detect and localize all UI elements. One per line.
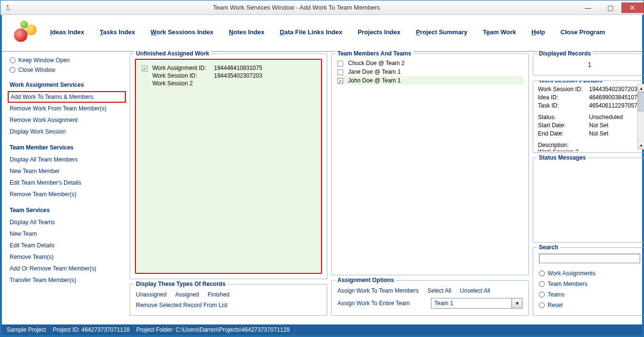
search-work-assignments[interactable]: Work Assignments xyxy=(538,268,641,279)
status-project-folder: Project Folder: C:\Users\Darren\Projects… xyxy=(136,326,290,333)
select-all[interactable]: Select All xyxy=(428,287,451,294)
work-assignment-row[interactable]: Work Assignment ID: 194446410931075 Work… xyxy=(141,64,316,88)
work-assignment-services-heading: Work Assignment Services xyxy=(10,81,124,88)
assignment-options-panel: Assignment Options Assign Work To Team M… xyxy=(331,280,529,316)
menubar-wrap: Ideas Index Tasks Index Work Sessions In… xyxy=(2,15,642,52)
sidebar-add-remove-team-members[interactable]: Add Or Remove Team Member(s) xyxy=(8,263,126,274)
sidebar-remove-work-assignment[interactable]: Remove Work Assignment xyxy=(8,114,126,126)
search-reset[interactable]: Reset xyxy=(538,300,641,310)
team-member-row[interactable]: John Doe @ Team 1 xyxy=(336,76,523,85)
search-panel: Search Work Assignments Team Members Tea… xyxy=(533,247,644,316)
ws-id-value: 194435402307203 xyxy=(214,72,262,79)
details-legend: Work Session's Details xyxy=(537,81,604,84)
close-button[interactable]: ✕ xyxy=(621,2,644,13)
team-member-row[interactable]: Chuck Doe @ Team 2 xyxy=(336,59,523,67)
unselect-all[interactable]: Unselect All xyxy=(460,287,490,294)
display-types-row2: Remove Selected Record From List xyxy=(135,300,322,310)
menu-work-sessions-index[interactable]: Work Sessions Index xyxy=(150,28,214,36)
display-types-panel: Display These Types Of Records Unassigne… xyxy=(130,284,327,316)
checkbox-icon[interactable] xyxy=(142,66,148,71)
scroll-track[interactable] xyxy=(638,111,644,141)
sidebar-remove-work-member[interactable]: Remove Work From Team Member(s) xyxy=(8,103,126,114)
minimize-button[interactable]: — xyxy=(577,2,599,13)
search-team-members[interactable]: Team Members xyxy=(538,279,641,289)
sidebar-new-team[interactable]: New Team xyxy=(8,228,126,240)
menu-tasks-index[interactable]: Tasks Index xyxy=(100,28,135,36)
sidebar-add-work[interactable]: Add Work To Teams & Members xyxy=(8,91,126,103)
radio-icon xyxy=(10,67,15,73)
sidebar-edit-team[interactable]: Edit Team Details xyxy=(8,240,126,251)
chevron-down-icon[interactable]: ▾ xyxy=(511,298,522,308)
team-services-heading: Team Services xyxy=(10,207,124,214)
checkbox-icon[interactable] xyxy=(337,69,343,75)
menu-help[interactable]: Help xyxy=(532,28,545,36)
remove-selected-record[interactable]: Remove Selected Record From List xyxy=(136,302,228,309)
sidebar-remove-member[interactable]: Remove Team Member(s) xyxy=(8,189,126,200)
team-select-value: Team 1 xyxy=(431,300,511,307)
assign-to-team[interactable]: Assign Work To Entire Team xyxy=(337,300,410,307)
desc-name-clipped: Work Session 2 xyxy=(538,148,637,151)
status-messages-legend: Status Messages xyxy=(537,154,588,161)
radio-icon xyxy=(539,302,545,308)
display-type-unassigned[interactable]: Unassigned xyxy=(136,291,166,298)
keep-window-open-radio[interactable]: Keep Window Open xyxy=(8,55,126,65)
column-right: Displayed Records 1 Work Session's Detai… xyxy=(533,54,644,321)
scroll-up-icon[interactable]: ▴ xyxy=(638,84,644,92)
search-legend: Search xyxy=(537,244,560,251)
team-member-label: John Doe @ Team 1 xyxy=(348,77,401,84)
menu-data-file-links-index[interactable]: Data File Links Index xyxy=(280,28,342,36)
sidebar-remove-team[interactable]: Remove Team(s) xyxy=(8,251,126,263)
sidebar-display-work-session[interactable]: Display Work Session xyxy=(8,126,126,137)
keep-window-open-label: Keep Window Open xyxy=(18,57,70,64)
team-members-list: Chuck Doe @ Team 2Jane Doe @ Team 1John … xyxy=(336,59,523,85)
work-assignment-details: Work Assignment ID: 194446410931075 Work… xyxy=(152,65,262,87)
menu-project-summary[interactable]: Project Summary xyxy=(416,28,468,36)
sidebar: Keep Window Open Close Window Work Assig… xyxy=(8,54,126,321)
task-id-v: 465406112297057 xyxy=(589,102,637,109)
details-scrollbar[interactable]: ▴ ▾ xyxy=(637,84,644,149)
unfinished-legend: Unfinished Assigned Work xyxy=(134,50,211,57)
unfinished-assigned-work-panel: Unfinished Assigned Work Work Assignment… xyxy=(130,54,327,279)
sidebar-edit-member[interactable]: Edit Team Member's Details xyxy=(8,177,126,189)
sidebar-display-all-members[interactable]: Display All Team Members xyxy=(8,154,126,165)
wa-id-value: 194446410931075 xyxy=(214,65,262,71)
team-member-row[interactable]: Jane Doe @ Team 1 xyxy=(336,67,523,76)
display-type-assigned[interactable]: Assigned xyxy=(175,291,199,298)
task-id-k: Task ID: xyxy=(538,102,586,109)
assignment-options-legend: Assignment Options xyxy=(335,277,396,283)
display-type-finished[interactable]: Finished xyxy=(208,291,229,298)
menubar: Ideas Index Tasks Index Work Sessions In… xyxy=(50,28,605,36)
search-teams[interactable]: Teams xyxy=(538,289,641,300)
work-session-details-panel: Work Session's Details Work Session ID: … xyxy=(533,81,644,153)
assignment-row2: Assign Work To Entire Team Team 1 ▾ xyxy=(336,296,523,310)
status-v: Unscheduled xyxy=(589,114,637,121)
sidebar-display-all-teams[interactable]: Display All Teams xyxy=(8,216,126,228)
scroll-thumb[interactable] xyxy=(638,92,644,111)
menu-projects-index[interactable]: Projects Index xyxy=(358,28,401,36)
checkbox-icon[interactable] xyxy=(337,78,343,84)
status-messages-panel: Status Messages xyxy=(533,158,644,243)
ws-name: Work Session 2 xyxy=(152,80,210,87)
details-list-2: Status: Unscheduled Start Date: Not Set … xyxy=(538,114,637,137)
display-types-row1: Unassigned Assigned Finished xyxy=(135,289,322,300)
app-body: Ideas Index Tasks Index Work Sessions In… xyxy=(0,15,644,337)
status-sample-project: Sample Project xyxy=(7,326,46,333)
sidebar-transfer-member[interactable]: Transfer Team Member(s) xyxy=(8,274,126,286)
menu-close-program[interactable]: Close Program xyxy=(561,28,605,36)
checkbox-icon[interactable] xyxy=(337,61,343,67)
scroll-down-icon[interactable]: ▾ xyxy=(638,141,644,149)
sidebar-new-member[interactable]: New Team Member xyxy=(8,165,126,177)
unfinished-list: Work Assignment ID: 194446410931075 Work… xyxy=(135,59,322,274)
maximize-button[interactable]: ▢ xyxy=(599,2,621,13)
display-types-legend: Display These Types Of Records xyxy=(134,281,228,287)
close-window-radio[interactable]: Close Window xyxy=(8,65,126,75)
start-k: Start Date: xyxy=(538,122,586,129)
menu-ideas-index[interactable]: Ideas Index xyxy=(50,28,84,36)
menu-team-work[interactable]: Team Work xyxy=(483,28,516,36)
team-select[interactable]: Team 1 ▾ xyxy=(431,298,523,309)
search-input[interactable] xyxy=(539,254,640,263)
statusbar: Sample Project Project ID: 4642737370711… xyxy=(2,324,642,335)
menu-notes-index[interactable]: Notes Index xyxy=(229,28,265,36)
status-k: Status: xyxy=(538,114,586,121)
assign-to-members[interactable]: Assign Work To Team Members xyxy=(337,287,419,294)
